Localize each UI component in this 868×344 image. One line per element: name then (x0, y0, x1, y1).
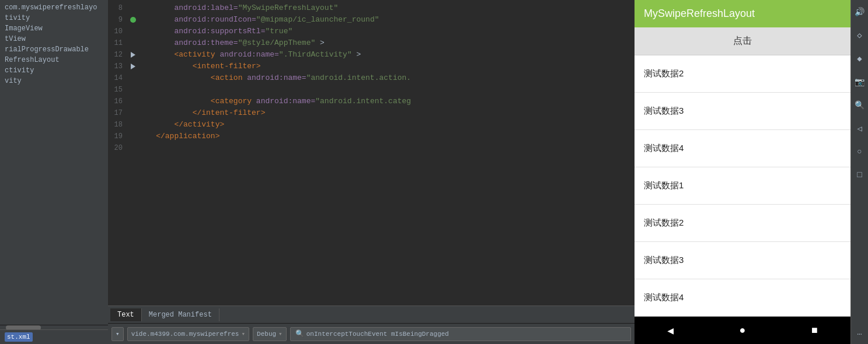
line-num-15: 15 (108, 84, 128, 96)
code-line-9: 9 android:roundIcon="@mipmap/ic_launcher… (108, 14, 635, 26)
file-tab-xml[interactable]: st.xml (5, 332, 33, 342)
phone-appbar: MySwipeRefreshLayout (635, 0, 850, 27)
code-line-17: 17 </intent-filter> (108, 107, 635, 119)
list-item-6[interactable]: 测试数据4 (635, 279, 850, 317)
code-line-13: 13 <intent-filter> (108, 61, 635, 72)
tree-item-progress[interactable]: rialProgressDrawable (0, 44, 108, 55)
line-num-17: 17 (108, 107, 128, 119)
dropdown-arrow: ▾ (116, 330, 120, 338)
code-line-19: 19 </application> (108, 131, 635, 142)
line-indicator-13 (128, 64, 138, 69)
module-label: vide.m4399.com.myswiperefres (131, 331, 239, 338)
tab-text[interactable]: Text (110, 308, 142, 321)
diamond-outline-icon[interactable]: ◇ (853, 28, 867, 42)
code-line-12: 12 <activity android:name=".ThirdActivit… (108, 49, 635, 61)
tree-item-tview[interactable]: tView (0, 34, 108, 44)
line-content-14: <action android:name="android.intent.act… (138, 72, 635, 84)
phone-app-title: MySwipeRefreshLayout (644, 8, 755, 20)
line-num-14: 14 (108, 72, 128, 84)
tree-item-activity[interactable]: tivity (0, 13, 108, 23)
code-area[interactable]: 8 android:label="MySwipeRefreshLayout" 9… (108, 0, 635, 306)
line-num-12: 12 (108, 49, 128, 61)
volume-icon[interactable]: 🔊 (853, 5, 867, 19)
phone-click-button[interactable]: 点击 (635, 27, 850, 55)
list-item-3[interactable]: 测试数据1 (635, 167, 850, 205)
phone-content: 点击 测试数据2 测试数据3 测试数据4 测试数据1 测试数据2 测试数据3 测… (635, 27, 850, 317)
line-num-20: 20 (108, 142, 128, 154)
debug-bar: ▾ vide.m4399.com.myswiperefres ▾ Debug ▾… (108, 323, 635, 344)
code-line-14: 14 <action android:name="android.intent.… (108, 72, 635, 84)
code-line-15: 15 (108, 84, 635, 96)
line-num-8: 8 (108, 2, 128, 14)
phone-frame: MySwipeRefreshLayout 点击 测试数据2 测试数据3 测试数据… (635, 0, 850, 344)
tree-item-imageview[interactable]: ImageView (0, 23, 108, 34)
line-num-10: 10 (108, 26, 128, 37)
tree-item-package[interactable]: com.myswiperefreshlayo (0, 2, 108, 13)
list-item-1[interactable]: 测试数据3 (635, 93, 850, 130)
nav-back-button[interactable]: ◀ (667, 324, 674, 337)
line-num-19: 19 (108, 131, 128, 142)
breakpoint-dot[interactable] (130, 17, 136, 23)
line-content-16: <category android:name="android.intent.c… (138, 96, 635, 107)
search-icon: 🔍 (295, 329, 304, 338)
camera-icon[interactable]: 📷 (853, 75, 867, 89)
fold-arrow[interactable] (131, 52, 135, 58)
diamond-filled-icon[interactable]: ◆ (853, 51, 867, 65)
build-variant-dropdown[interactable]: Debug ▾ (253, 327, 287, 341)
phone-preview-panel: MySwipeRefreshLayout 点击 测试数据2 测试数据3 测试数据… (635, 0, 868, 344)
line-content-19: </application> (138, 131, 635, 142)
list-item-4[interactable]: 测试数据2 (635, 205, 850, 242)
list-item-2[interactable]: 测试数据4 (635, 130, 850, 167)
tree-item-refresh[interactable]: RefreshLayout (0, 55, 108, 65)
fold-arrow-13[interactable] (131, 64, 135, 69)
code-editor-panel: 8 android:label="MySwipeRefreshLayout" 9… (108, 0, 635, 344)
run-config-dropdown[interactable]: ▾ (111, 327, 124, 341)
line-content-8: android:label="MySwipeRefreshLayout" (138, 2, 635, 14)
code-line-16: 16 <category android:name="android.inten… (108, 96, 635, 107)
build-variant-label: Debug (257, 331, 276, 338)
tree-item-ctivity[interactable]: ctivity (0, 65, 108, 76)
editor-tab-bar: Text Merged Manifest (108, 306, 635, 323)
line-content-13: <intent-filter> (138, 61, 635, 72)
line-num-11: 11 (108, 37, 128, 49)
line-num-16: 16 (108, 96, 128, 107)
search-bar[interactable]: 🔍 onInterceptTouchEvent mIsBeingDragged (290, 327, 631, 341)
phone-navbar: ◀ ● ■ (635, 317, 850, 344)
circle-icon[interactable]: ○ (853, 145, 867, 159)
square-icon[interactable]: □ (853, 168, 867, 182)
more-icon[interactable]: … (853, 325, 867, 339)
line-indicator-12 (128, 52, 138, 58)
side-toolbar: 🔊 ◇ ◆ 📷 🔍 ◁ ○ □ … (850, 0, 868, 344)
line-num-18: 18 (108, 119, 128, 131)
line-content-9: android:roundIcon="@mipmap/ic_launcher_r… (138, 14, 635, 26)
nav-recents-button[interactable]: ■ (811, 325, 818, 336)
scrollbar-area[interactable] (0, 325, 108, 329)
list-item-0[interactable]: 测试数据2 (635, 55, 850, 93)
back-icon[interactable]: ◁ (853, 121, 867, 135)
code-line-8: 8 android:label="MySwipeRefreshLayout" (108, 2, 635, 14)
line-content-17: </intent-filter> (138, 107, 635, 119)
zoom-icon[interactable]: 🔍 (853, 98, 867, 112)
module-dropdown-arrow: ▾ (241, 330, 245, 338)
code-line-11: 11 android:theme="@style/AppTheme" > (108, 37, 635, 49)
line-content-18: </activity> (138, 119, 635, 131)
module-dropdown[interactable]: vide.m4399.com.myswiperefres ▾ (127, 327, 249, 341)
code-lines: 8 android:label="MySwipeRefreshLayout" 9… (108, 0, 635, 156)
tree-item-vity[interactable]: vity (0, 76, 108, 86)
file-tree-panel: com.myswiperefreshlayo tivity ImageView … (0, 0, 108, 344)
line-num-9: 9 (108, 14, 128, 26)
line-content-10: android:supportsRtl="true" (138, 26, 635, 37)
search-text: onInterceptTouchEvent mIsBeingDragged (306, 331, 449, 338)
line-content-11: android:theme="@style/AppTheme" > (138, 37, 635, 49)
tab-merged-manifest[interactable]: Merged Manifest (142, 308, 219, 321)
file-tree: com.myswiperefreshlayo tivity ImageView … (0, 0, 108, 325)
nav-home-button[interactable]: ● (740, 325, 746, 336)
line-indicator-9 (128, 17, 138, 23)
list-item-5[interactable]: 测试数据3 (635, 242, 850, 279)
code-line-18: 18 </activity> (108, 119, 635, 131)
build-variant-arrow: ▾ (278, 330, 283, 338)
bottom-file-tabs: st.xml (0, 329, 108, 344)
line-content-12: <activity android:name=".ThirdActivity" … (138, 49, 635, 61)
code-line-20: 20 (108, 142, 635, 154)
line-num-13: 13 (108, 61, 128, 72)
